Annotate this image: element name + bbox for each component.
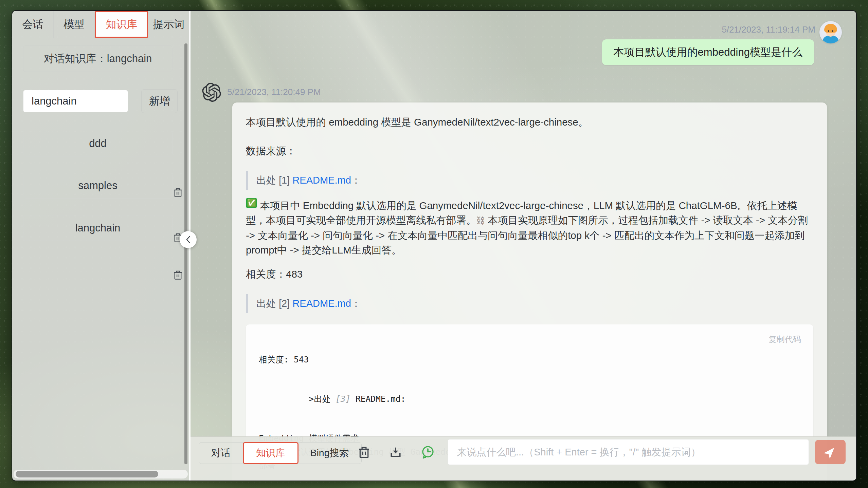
current-kb-label: 对话知识库：langchain (23, 45, 173, 72)
mode-button-group: 对话 知识库 Bing搜索 (199, 442, 362, 464)
quote-suffix: ： (351, 298, 361, 309)
quote-prefix: 出处 [2] (256, 298, 292, 309)
relevance-score: 相关度：483 (246, 267, 813, 281)
sidebar-horizontal-scrollbar[interactable] (16, 471, 158, 477)
sidebar-vertical-scrollbar[interactable] (184, 43, 187, 464)
export-download-icon[interactable] (389, 446, 402, 459)
tab-session[interactable]: 会话 (12, 11, 54, 38)
kb-list-item[interactable]: samples (23, 173, 173, 199)
delete-kb-icon[interactable] (173, 270, 183, 280)
tab-prompt[interactable]: 提示词 (148, 11, 189, 38)
code-text: README.md: (350, 394, 405, 404)
tab-knowledge-base[interactable]: 知识库 (95, 11, 148, 38)
code-bracket: [3] (336, 394, 350, 404)
code-line: >出处 [3] README.md: (259, 379, 800, 419)
chevron-left-icon (184, 235, 192, 244)
source-quote-2: 出处 [2] README.md： (246, 294, 813, 313)
readme-link[interactable]: README.md (292, 298, 351, 309)
kb-list-item[interactable]: langchain (23, 215, 173, 241)
assistant-message-card: 本项目默认使用的 embedding 模型是 GanymedeNil/text2… (232, 102, 827, 481)
source-quote-1: 出处 [1] README.md： (246, 171, 813, 190)
message-input[interactable] (448, 439, 809, 465)
delete-kb-icon[interactable] (173, 188, 183, 198)
quote-suffix: ： (351, 175, 361, 186)
assistant-message-timestamp: 5/21/2023, 11:20:49 PM (227, 87, 321, 97)
mode-knowledge-base-button[interactable]: 知识库 (243, 442, 299, 464)
code-line: 相关度: 543 (259, 353, 800, 367)
history-clock-icon[interactable] (421, 445, 434, 458)
quote-prefix: 出处 [1] (256, 175, 292, 186)
kb-list-item[interactable]: ddd (23, 131, 173, 156)
mode-chat-button[interactable]: 对话 (199, 443, 243, 464)
send-button[interactable] (815, 440, 846, 464)
copy-code-button[interactable]: 复制代码 (768, 332, 801, 346)
clear-conversation-icon[interactable] (358, 446, 370, 459)
chat-area: 5/21/2023, 11:19:14 PM 本项目默认使用的embedding… (189, 11, 856, 481)
readme-link[interactable]: README.md (292, 175, 351, 186)
user-message-bubble: 本项目默认使用的embedding模型是什么 (602, 39, 814, 65)
assistant-paragraph: ✅ 本项目中 Embedding 默认选用的是 GanymedeNil/text… (246, 198, 813, 257)
add-kb-button[interactable]: 新增 (141, 89, 178, 113)
openai-logo-icon (202, 83, 221, 102)
sidebar-collapse-button[interactable] (180, 231, 197, 248)
user-avatar (819, 21, 842, 43)
code-text: >出处 (309, 394, 336, 404)
source-heading: 数据来源： (246, 144, 813, 158)
sidebar-horizontal-scrollbar-track (14, 470, 188, 478)
sidebar: 会话 模型 知识库 提示词 对话知识库：langchain 新增 ddd sam… (12, 11, 189, 481)
kb-name-input[interactable] (23, 90, 128, 112)
check-emoji: ✅ (246, 198, 257, 208)
chain-emoji: ⛓ (476, 215, 485, 226)
bottom-toolbar: 对话 知识库 Bing搜索 (191, 436, 856, 481)
mode-bing-search-button[interactable]: Bing搜索 (298, 443, 361, 464)
assistant-intro-text: 本项目默认使用的 embedding 模型是 GanymedeNil/text2… (246, 115, 813, 129)
sidebar-tabs: 会话 模型 知识库 提示词 (12, 11, 189, 38)
user-message-timestamp: 5/21/2023, 11:19:14 PM (722, 24, 815, 35)
app-window: 会话 模型 知识库 提示词 对话知识库：langchain 新增 ddd sam… (12, 10, 857, 481)
tab-model[interactable]: 模型 (54, 11, 95, 38)
paper-plane-icon (823, 445, 837, 459)
